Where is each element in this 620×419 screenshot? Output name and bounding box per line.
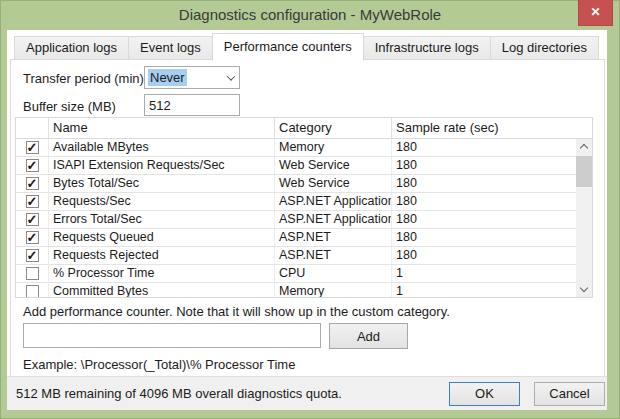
scrollbar-down-icon — [579, 284, 587, 292]
header-category[interactable]: Category — [275, 118, 392, 138]
scrollbar-up-button[interactable] — [576, 139, 592, 154]
ok-button[interactable]: OK — [449, 382, 520, 406]
counter-name: Requests/Sec — [49, 193, 275, 210]
window-title: Diagnostics configuration - MyWebRole — [0, 6, 620, 23]
counters-table: Name Category Sample rate (sec) Availabl… — [15, 117, 593, 298]
counter-sample-rate: 180 — [392, 175, 592, 192]
add-counter-instruction: Add performance counter. Note that it wi… — [23, 304, 450, 319]
row-checkbox[interactable] — [26, 213, 39, 226]
counter-category: Memory — [275, 139, 392, 156]
transfer-period-label: Transfer period (min) — [23, 71, 144, 86]
title-bar[interactable]: Diagnostics configuration - MyWebRole ✕ — [0, 0, 620, 30]
row-checkbox[interactable] — [26, 249, 39, 262]
header-checkbox-column — [16, 118, 49, 138]
counter-name: % Processor Time — [49, 265, 275, 282]
scrollbar-thumb[interactable] — [576, 156, 592, 187]
tab-performance-counters[interactable]: Performance counters — [212, 33, 364, 61]
counter-category: ASP.NET Applications — [275, 193, 392, 210]
counter-category: ASP.NET Applications — [275, 211, 392, 228]
counter-name: Requests Queued — [49, 229, 275, 246]
header-name[interactable]: Name — [49, 118, 275, 138]
tab-infrastructure-logs[interactable]: Infrastructure logs — [363, 36, 491, 60]
counter-sample-rate: 1 — [392, 265, 592, 282]
row-checkbox[interactable] — [26, 285, 39, 298]
chevron-down-icon — [227, 72, 235, 80]
counter-example-text: Example: \Processor(_Total)\% Processor … — [23, 357, 295, 372]
quota-status-text: 512 MB remaining of 4096 MB overall diag… — [16, 386, 449, 401]
counter-name: Bytes Total/Sec — [49, 175, 275, 192]
counter-category: CPU — [275, 265, 392, 282]
row-checkbox[interactable] — [26, 141, 39, 154]
transfer-period-dropdown[interactable]: Never — [144, 66, 240, 89]
counter-category: Web Service — [275, 157, 392, 174]
counter-sample-rate: 1 — [392, 283, 592, 298]
row-checkbox[interactable] — [26, 177, 39, 190]
table-header: Name Category Sample rate (sec) — [16, 118, 592, 139]
vertical-scrollbar[interactable] — [576, 139, 592, 297]
counter-name: Committed Bytes — [49, 283, 275, 298]
counter-sample-rate: 180 — [392, 193, 592, 210]
counter-sample-rate: 180 — [392, 139, 592, 156]
close-button[interactable]: ✕ — [578, 0, 613, 26]
counter-category: ASP.NET — [275, 247, 392, 264]
buffer-size-input[interactable] — [144, 94, 240, 116]
table-row[interactable]: Requests/Sec ASP.NET Applications 180 — [16, 193, 592, 211]
table-row[interactable]: Errors Total/Sec ASP.NET Applications 18… — [16, 211, 592, 229]
buffer-size-label: Buffer size (MB) — [23, 99, 116, 114]
dialog-window: Diagnostics configuration - MyWebRole ✕ … — [0, 0, 620, 419]
counter-sample-rate: 180 — [392, 247, 592, 264]
row-checkbox[interactable] — [26, 195, 39, 208]
tab-bar: Application logs Event logs Performance … — [7, 30, 607, 60]
counter-sample-rate: 180 — [392, 157, 592, 174]
counter-name: Errors Total/Sec — [49, 211, 275, 228]
add-counter-input[interactable] — [23, 323, 321, 348]
scrollbar-up-icon — [579, 144, 587, 152]
counter-name: ISAPI Extension Requests/Sec — [49, 157, 275, 174]
row-checkbox[interactable] — [26, 159, 39, 172]
table-row[interactable]: Bytes Total/Sec Web Service 180 — [16, 175, 592, 193]
counter-sample-rate: 180 — [392, 229, 592, 246]
counter-name: Requests Rejected — [49, 247, 275, 264]
add-button[interactable]: Add — [329, 323, 408, 349]
counter-name: Available MBytes — [49, 139, 275, 156]
counter-category: ASP.NET — [275, 229, 392, 246]
scrollbar-down-button[interactable] — [576, 282, 592, 297]
tab-application-logs[interactable]: Application logs — [14, 36, 129, 60]
transfer-period-value: Never — [148, 69, 187, 86]
row-checkbox[interactable] — [26, 231, 39, 244]
tab-event-logs[interactable]: Event logs — [128, 36, 213, 60]
row-checkbox[interactable] — [26, 267, 39, 280]
cancel-button[interactable]: Cancel — [534, 382, 605, 406]
tab-log-directories[interactable]: Log directories — [490, 36, 599, 60]
counter-category: Web Service — [275, 175, 392, 192]
table-row[interactable]: Committed Bytes Memory 1 — [16, 283, 592, 298]
status-bar: 512 MB remaining of 4096 MB overall diag… — [7, 376, 607, 410]
table-row[interactable]: Available MBytes Memory 180 — [16, 139, 592, 157]
header-sample-rate[interactable]: Sample rate (sec) — [392, 118, 592, 138]
performance-counters-panel: Transfer period (min) Never Buffer size … — [10, 59, 605, 376]
table-row[interactable]: % Processor Time CPU 1 — [16, 265, 592, 283]
dialog-content: Application logs Event logs Performance … — [7, 30, 607, 376]
table-row[interactable]: Requests Queued ASP.NET 180 — [16, 229, 592, 247]
table-row[interactable]: ISAPI Extension Requests/Sec Web Service… — [16, 157, 592, 175]
counter-sample-rate: 180 — [392, 211, 592, 228]
close-icon: ✕ — [590, 5, 600, 19]
counter-category: Memory — [275, 283, 392, 298]
table-row[interactable]: Requests Rejected ASP.NET 180 — [16, 247, 592, 265]
